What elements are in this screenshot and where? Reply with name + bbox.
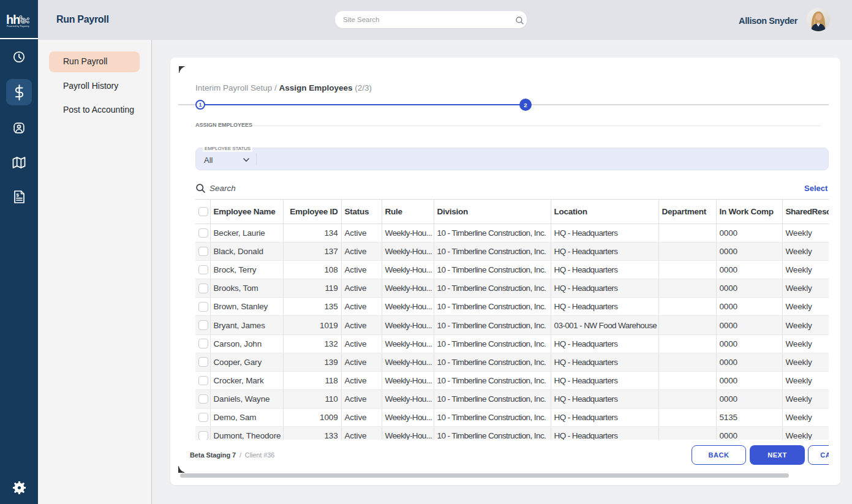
svg-text:$: $ [16,192,19,198]
svg-text:2: 2 [23,19,25,23]
